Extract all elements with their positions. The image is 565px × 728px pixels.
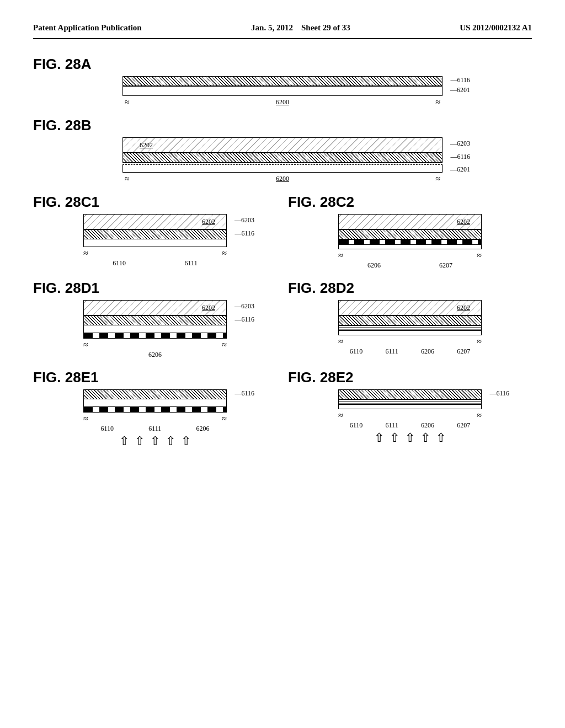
ref-6203-28d1: —6203 xyxy=(234,302,254,311)
layer-6202-28b: 6202 xyxy=(122,137,443,153)
header-date-sheet: Jan. 5, 2012 Sheet 29 of 33 xyxy=(251,22,350,34)
ref-6116-28b: —6116 xyxy=(450,153,470,161)
arrows-28e2: ⇧ ⇧ ⇧ ⇧ ⇧ xyxy=(338,432,482,444)
ref-6116-28c1: —6116 xyxy=(234,229,254,238)
substrate-28d1 xyxy=(83,325,227,333)
fig-28c-row: FIG. 28C1 6202 —6203 —6116 xyxy=(33,194,532,270)
layer-blocks-28c2 xyxy=(338,239,482,245)
fig-28e1-section: FIG. 28E1 —6116 ≈ ≈ xyxy=(33,369,277,447)
fig-28b-section: FIG. 28B 6202 —6203 —6116 xyxy=(33,117,532,184)
arrows-28e1: ⇧ ⇧ ⇧ ⇧ ⇧ xyxy=(83,435,227,447)
ref-6201-28b: —6201 xyxy=(450,165,470,174)
fig-28a-label: FIG. 28A xyxy=(33,56,532,73)
wavy-28d1: ≈ ≈ xyxy=(83,340,227,350)
labels-28e2: 6110 6111 6206 6207 xyxy=(338,421,482,430)
layer-6202-28c2: 6202 xyxy=(338,214,482,229)
fig-28d-row: FIG. 28D1 6202 —6203 —6116 xyxy=(33,280,532,359)
ref-6110-28c1: 6110 xyxy=(113,259,126,267)
layer-6116-28a xyxy=(122,76,443,86)
wavy-28c1: ≈ ≈ xyxy=(83,248,227,258)
ref-6206-28c2: 6206 xyxy=(367,261,381,270)
labels-28c2: 6206 6207 xyxy=(338,261,482,270)
ref-6206-28d1: 6206 xyxy=(148,351,162,359)
wavy-28d2: ≈ ≈ xyxy=(338,336,482,346)
substrate-28c2 xyxy=(338,245,482,249)
wavy-28a: ≈ 6200 ≈ xyxy=(122,97,443,107)
layer-blocks-28d1 xyxy=(83,333,227,339)
ref-6203-28b: —6203 xyxy=(450,140,470,148)
ref-6200-28b: 6200 xyxy=(276,175,289,183)
wavy-28e2: ≈ ≈ xyxy=(338,410,482,420)
ref-6111-28c1: 6111 xyxy=(185,259,198,267)
substrate-28a xyxy=(122,86,443,96)
ref-6116-28e1: —6116 xyxy=(234,389,254,398)
substrate-28e2 xyxy=(338,405,482,409)
layer-blocks-28e1 xyxy=(83,407,227,413)
ref-6203-28c1: —6203 xyxy=(234,216,254,224)
substrate-28c1 xyxy=(83,239,227,247)
layer-6116-28b xyxy=(122,153,443,163)
fig-28d1-label: FIG. 28D1 xyxy=(33,280,277,297)
fig-28c1-label: FIG. 28C1 xyxy=(33,194,277,211)
labels-28c1: 6110 6111 xyxy=(83,259,227,267)
substrate-28b xyxy=(122,165,443,173)
ref-6202-28c1: 6202 xyxy=(202,218,215,226)
fig-28d2-label: FIG. 28D2 xyxy=(288,280,532,297)
fig-28e1-label: FIG. 28E1 xyxy=(33,369,277,386)
layer-6116-28c1 xyxy=(83,229,227,239)
fig-28b-label: FIG. 28B xyxy=(33,117,532,134)
fig-28e2-section: FIG. 28E2 —6116 ≈ ≈ xyxy=(288,369,532,444)
fig-28a-section: FIG. 28A —6116 —6201 ≈ 6200 ≈ xyxy=(33,56,532,107)
wavy-28e1: ≈ ≈ xyxy=(83,414,227,424)
header-patent-number: US 2012/0002132 A1 xyxy=(460,22,532,34)
fig-28c1-section: FIG. 28C1 6202 —6203 —6116 xyxy=(33,194,277,267)
ref-6200-28a: 6200 xyxy=(276,98,289,106)
fig-28c2-section: FIG. 28C2 6202 ≈ xyxy=(288,194,532,270)
page: Patent Application Publication Jan. 5, 2… xyxy=(0,0,565,728)
header: Patent Application Publication Jan. 5, 2… xyxy=(33,22,532,39)
labels-28d2: 6110 6111 6206 6207 xyxy=(338,347,482,356)
fig-28d1-section: FIG. 28D1 6202 —6203 —6116 xyxy=(33,280,277,359)
ref-6202-28b: 6202 xyxy=(140,141,153,149)
wavy-28c2: ≈ ≈ xyxy=(338,250,482,260)
substrate-28d2 xyxy=(338,331,482,335)
figures-area: FIG. 28A —6116 —6201 ≈ 6200 ≈ xyxy=(33,56,532,447)
ref-6201-28a: —6201 xyxy=(450,86,470,94)
layer-striped-28d2 xyxy=(338,325,482,331)
layer-6116-28e1 xyxy=(83,389,227,399)
substrate-28e1 xyxy=(83,399,227,407)
ref-6116-28e2: —6116 xyxy=(489,389,509,398)
fig-28e2-label: FIG. 28E2 xyxy=(288,369,532,386)
layer-6116-28c2 xyxy=(338,229,482,239)
layer-6116-28d2 xyxy=(338,315,482,325)
wavy-28b: ≈ 6200 ≈ xyxy=(122,174,443,184)
fig-28d2-section: FIG. 28D2 6202 ≈ ≈ xyxy=(288,280,532,356)
fig-28e-row: FIG. 28E1 —6116 ≈ ≈ xyxy=(33,369,532,447)
layer-6116-28d1 xyxy=(83,315,227,325)
layer-6202-28d1: 6202 xyxy=(83,300,227,315)
layer-6116-28e2 xyxy=(338,389,482,399)
labels-28d1: 6206 xyxy=(83,351,227,359)
layer-6202-28c1: 6202 xyxy=(83,214,227,229)
header-publication: Patent Application Publication xyxy=(33,22,142,34)
fig-28c2-label: FIG. 28C2 xyxy=(288,194,532,211)
layer-striped-28e2 xyxy=(338,399,482,405)
ref-6116-28d1: —6116 xyxy=(234,315,254,324)
ref-6207-28c2: 6207 xyxy=(439,261,452,270)
ref-6116-28a: —6116 xyxy=(450,76,470,84)
layer-6202-28d2: 6202 xyxy=(338,300,482,315)
labels-28e1: 6110 6111 6206 xyxy=(83,425,227,433)
